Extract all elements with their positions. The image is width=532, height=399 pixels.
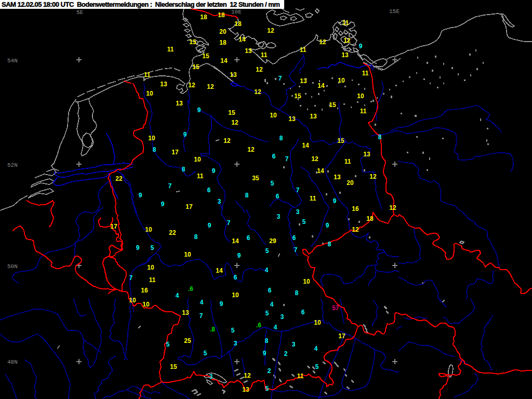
svg-text:6: 6 <box>247 234 250 242</box>
svg-text:11: 11 <box>197 172 204 180</box>
svg-text:18: 18 <box>218 11 225 19</box>
svg-text:7: 7 <box>285 155 289 163</box>
svg-text:13: 13 <box>288 115 296 123</box>
svg-text:5: 5 <box>151 244 154 251</box>
svg-text:22: 22 <box>115 175 123 182</box>
svg-text:14: 14 <box>220 57 228 64</box>
svg-text:48N: 48N <box>7 359 18 365</box>
svg-text:.6: .6 <box>256 322 261 329</box>
svg-text:10: 10 <box>146 90 153 97</box>
svg-text:12: 12 <box>188 82 195 89</box>
svg-text:7: 7 <box>168 182 172 190</box>
svg-text:8: 8 <box>378 134 382 141</box>
svg-text:9: 9 <box>333 197 337 205</box>
svg-text:7: 7 <box>129 274 133 282</box>
svg-text:9: 9 <box>220 300 223 308</box>
svg-text:7: 7 <box>278 75 282 82</box>
svg-text:9: 9 <box>326 222 329 229</box>
svg-text:6: 6 <box>276 193 280 200</box>
svg-text:5: 5 <box>265 247 269 255</box>
svg-text:15: 15 <box>189 38 196 46</box>
svg-text:9: 9 <box>263 350 267 357</box>
svg-text:9: 9 <box>359 43 363 50</box>
svg-text:7: 7 <box>294 246 298 254</box>
svg-text:9: 9 <box>136 244 140 251</box>
svg-text:12: 12 <box>256 66 263 73</box>
svg-text:10: 10 <box>338 77 345 84</box>
svg-text:4: 4 <box>270 301 274 308</box>
svg-text:9: 9 <box>212 167 216 175</box>
svg-text:13: 13 <box>310 113 317 120</box>
svg-text:15: 15 <box>337 137 344 144</box>
svg-text:4: 4 <box>265 267 269 274</box>
svg-text:11: 11 <box>297 373 304 380</box>
svg-text:12: 12 <box>207 83 214 90</box>
svg-text:13: 13 <box>176 100 183 107</box>
svg-text:54N: 54N <box>7 58 18 64</box>
svg-text:12: 12 <box>343 37 351 44</box>
svg-text:13: 13 <box>363 151 370 158</box>
svg-text:5: 5 <box>302 218 306 225</box>
svg-text:SAM 12.02.05 18:00 UTC Bodenw: SAM 12.02.05 18:00 UTC Bodenwettermeldun… <box>2 1 280 8</box>
svg-text:13: 13 <box>300 77 307 85</box>
svg-text:2: 2 <box>268 367 271 375</box>
svg-text:17: 17 <box>185 203 193 210</box>
svg-text:11: 11 <box>149 276 156 284</box>
svg-text:20: 20 <box>347 179 354 187</box>
svg-text:11: 11 <box>144 71 151 78</box>
svg-text:11: 11 <box>362 70 369 77</box>
svg-text:13: 13 <box>160 81 167 88</box>
svg-text:4: 4 <box>314 345 318 352</box>
svg-text:10: 10 <box>147 264 154 271</box>
svg-text:6: 6 <box>268 287 272 294</box>
svg-text:10: 10 <box>148 135 155 142</box>
svg-text:6: 6 <box>272 153 276 160</box>
svg-text:9: 9 <box>139 192 142 199</box>
svg-text:25: 25 <box>184 337 191 344</box>
svg-text:12: 12 <box>369 173 377 180</box>
svg-text:52N: 52N <box>7 162 18 168</box>
svg-text:15: 15 <box>228 109 235 116</box>
svg-text:8: 8 <box>280 135 283 142</box>
svg-text:10E: 10E <box>231 9 242 15</box>
svg-text:15: 15 <box>294 92 301 100</box>
svg-text:12: 12 <box>352 226 359 233</box>
svg-text:5: 5 <box>265 310 269 317</box>
svg-text:10: 10 <box>357 92 364 100</box>
svg-text:20: 20 <box>219 28 227 35</box>
svg-text:11: 11 <box>342 19 349 26</box>
svg-text:3: 3 <box>296 208 300 216</box>
svg-text:14: 14 <box>317 82 325 89</box>
svg-text:15: 15 <box>170 363 177 370</box>
svg-text:18: 18 <box>200 14 207 21</box>
svg-text:8: 8 <box>182 166 185 173</box>
svg-text:14: 14 <box>216 267 223 274</box>
svg-text:18: 18 <box>366 215 374 222</box>
svg-text:9: 9 <box>161 201 165 208</box>
svg-text:12: 12 <box>389 204 396 211</box>
svg-text:4: 4 <box>176 292 179 299</box>
svg-text:14: 14 <box>302 142 309 149</box>
svg-text:12: 12 <box>319 38 326 46</box>
svg-text:10: 10 <box>129 297 136 304</box>
svg-text:50N: 50N <box>7 263 18 270</box>
svg-text:7: 7 <box>296 187 300 194</box>
svg-text:10: 10 <box>194 156 201 163</box>
svg-text:5: 5 <box>271 180 274 187</box>
svg-text:5: 5 <box>231 327 235 334</box>
svg-text:3: 3 <box>277 213 281 220</box>
svg-text:12: 12 <box>231 119 238 126</box>
svg-text:8: 8 <box>194 233 198 241</box>
svg-text:12: 12 <box>311 155 318 163</box>
svg-text:22: 22 <box>169 229 176 236</box>
svg-text:3: 3 <box>218 198 221 205</box>
svg-text:14: 14 <box>317 167 324 175</box>
svg-text:11: 11 <box>300 46 307 54</box>
svg-text:11: 11 <box>344 158 351 165</box>
svg-text:11: 11 <box>261 51 268 59</box>
svg-text:13: 13 <box>242 386 249 393</box>
svg-text:35: 35 <box>252 175 259 182</box>
svg-text:15E: 15E <box>389 8 400 15</box>
svg-text:3: 3 <box>292 341 296 348</box>
svg-text:11: 11 <box>360 108 367 115</box>
